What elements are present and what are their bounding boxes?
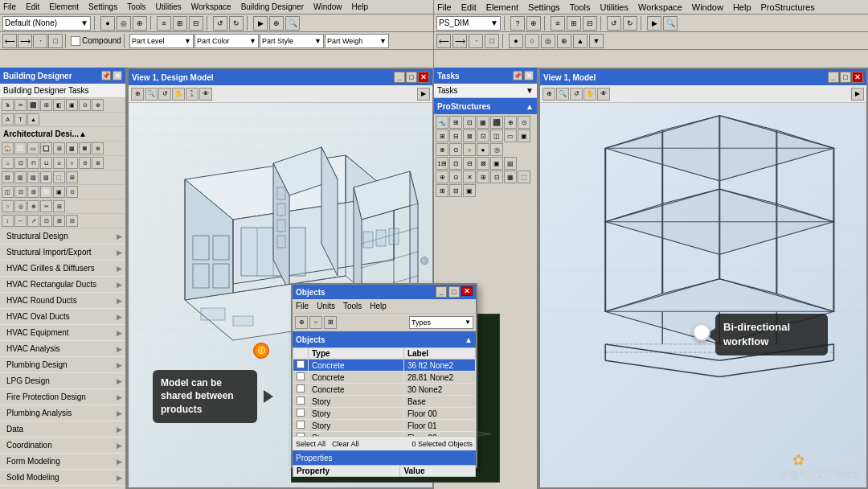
pro-icon-13[interactable]: ▭ [504,129,517,142]
pro-icon-15[interactable]: ⊕ [436,143,448,156]
sidebar-item-hvac-equipment[interactable]: HVAC Equipment ▶ [0,325,125,341]
arch-icon-11[interactable]: ⊓ [27,157,39,169]
menu-edit-right[interactable]: Edit [461,2,477,12]
vp-minimize-right[interactable]: _ [828,72,839,83]
menu-workspace-left[interactable]: Workspace [191,2,231,11]
tb-btn-6[interactable]: ⊟ [189,16,203,31]
r-tb-btn-6[interactable]: ↺ [607,16,621,31]
tasks-close-btn[interactable]: ✕ [524,71,534,80]
menu-help-left[interactable]: Help [352,2,369,11]
arch-icon-32[interactable]: ✂ [40,200,52,212]
r-tb2-btn-6[interactable]: ○ [525,34,539,48]
menu-help-right[interactable]: Help [733,2,751,12]
sidebar-item-lpg[interactable]: LPG Design ▶ [0,373,125,389]
tool-icon-10[interactable]: T [14,113,27,125]
dialog-tb-btn-3[interactable]: ⊞ [324,316,337,329]
tool-icon-8[interactable]: ⊕ [92,99,104,111]
arch-icon-24[interactable]: ⊡ [14,186,27,198]
row-check-5[interactable] [297,421,305,429]
menu-settings-left[interactable]: Settings [88,2,117,11]
arch-icon-10[interactable]: ⊡ [14,157,27,169]
arch-icon-28[interactable]: ⊙ [66,186,78,198]
arch-icon-8[interactable]: ⊕ [92,142,104,154]
arch-icon-6[interactable]: ▦ [66,142,78,154]
arch-icon-13[interactable]: ∪ [53,157,65,169]
pro-icon-1[interactable]: 🔩 [436,116,448,129]
arch-icon-16[interactable]: ⊛ [92,157,104,169]
sidebar-item-hvac-round[interactable]: HVAC Round Ducts ▶ [0,293,125,309]
part-weight-dropdown[interactable]: Part Weigh▼ [325,34,389,48]
dialog-tb-btn-2[interactable]: ○ [309,316,322,329]
arch-icon-19[interactable]: ▧ [27,171,39,183]
tb2-btn-2[interactable]: ⟶ [18,34,32,48]
arch-icon-34[interactable]: ↕ [2,215,14,227]
sidebar-item-coordination[interactable]: Coordination ▶ [0,438,125,454]
sidebar-item-form-modeling[interactable]: Form Modeling ▶ [0,454,125,470]
arch-icon-26[interactable]: ⬜ [40,186,52,198]
row-check-1[interactable] [297,372,305,380]
menu-file-left[interactable]: File [3,2,16,11]
dialog-menu-file[interactable]: File [296,302,309,310]
pro-icon-20[interactable]: 1⊞ [436,157,448,170]
tb2-btn-3[interactable]: ⬝ [33,34,47,48]
r-tb-btn-7[interactable]: ↻ [623,16,637,31]
arch-icon-39[interactable]: ⊟ [66,215,78,227]
default-dropdown[interactable]: Default (None) ▼ [2,16,91,31]
arch-icon-2[interactable]: ⬜ [14,142,27,154]
arch-icon-25[interactable]: ⊞ [27,186,39,198]
vp-tb-walk[interactable]: 🚶 [186,88,199,101]
arch-icon-29[interactable]: ○ [2,200,14,212]
dialog-table-row[interactable]: Concrete 30 None2 [293,384,476,396]
pro-icon-4[interactable]: ▦ [477,116,489,129]
arch-icon-14[interactable]: ∩ [66,157,78,169]
dialog-menu-tools[interactable]: Tools [343,302,362,310]
tb-btn-11[interactable]: 🔍 [285,16,300,31]
rvp-tb-fit[interactable]: ⊕ [542,88,555,101]
sidebar-item-structural-design[interactable]: Structural Design ▶ [0,228,125,244]
r-tb2-btn-4[interactable]: □ [485,34,499,48]
menu-workspace-right[interactable]: Workspace [638,2,682,12]
r-tb-btn-8[interactable]: ▶ [647,16,661,31]
arch-icon-36[interactable]: ↗ [27,215,39,227]
pro-icon-9[interactable]: ⊟ [449,129,462,142]
clear-all-btn[interactable]: Clear All [332,440,359,448]
tool-icon-7[interactable]: ⊙ [79,99,91,111]
pro-icon-6[interactable]: ⊕ [504,116,517,129]
pro-icon-7[interactable]: ⊙ [518,116,530,129]
arch-icon-22[interactable]: ⊞ [66,171,78,183]
pro-icon-23[interactable]: ⊠ [477,157,489,170]
arch-icon-35[interactable]: ↔ [14,215,27,227]
r-tb-btn-9[interactable]: 🔍 [663,16,678,31]
row-check-0[interactable] [297,360,305,368]
vp-tb-render[interactable]: ▶ [417,88,430,101]
dialog-table-row[interactable]: Story Floor 00 [293,408,476,420]
vp-maximize-right[interactable]: □ [840,72,851,83]
dialog-menu-units[interactable]: Units [317,302,335,310]
dialog-table-row[interactable]: Concrete 36 ft2 None2 [293,360,476,372]
pro-icon-33[interactable]: ⊞ [436,184,448,197]
menu-window-right[interactable]: Window [692,2,723,12]
ps-dim-dropdown[interactable]: PS_DIM ▼ [436,16,501,31]
pro-icon-31[interactable]: ▦ [504,171,517,183]
arch-icon-17[interactable]: ▤ [2,171,14,183]
panel-pin-btn[interactable]: 📌 [101,71,111,80]
tasks-dropdown-label[interactable]: Tasks ▼ [434,84,537,98]
dialog-table-row[interactable]: Story Floor 01 [293,420,476,432]
r-tb2-btn-2[interactable]: ⟶ [452,34,467,48]
tasks-pin-btn[interactable]: 📌 [513,71,522,80]
row-check-6[interactable] [297,433,305,436]
tb-btn-9[interactable]: ▶ [253,16,268,31]
arch-icon-20[interactable]: ▨ [40,171,52,183]
dialog-maximize[interactable]: □ [448,286,460,298]
sidebar-item-data[interactable]: Data ▶ [0,421,125,438]
r-tb2-btn-7[interactable]: ◎ [541,34,555,48]
tool-icon-6[interactable]: ▣ [66,99,78,111]
pro-icon-8[interactable]: ⊞ [436,129,448,142]
menu-file-right[interactable]: File [437,2,452,12]
tool-icon-9[interactable]: A [2,113,14,125]
vp-tb-fit[interactable]: ⊕ [131,88,144,101]
r-tb2-btn-1[interactable]: ⟵ [436,34,451,48]
pro-icon-5[interactable]: ⬛ [490,116,503,129]
steel-3d-view[interactable] [540,103,866,487]
tb2-btn-4[interactable]: □ [48,34,63,48]
